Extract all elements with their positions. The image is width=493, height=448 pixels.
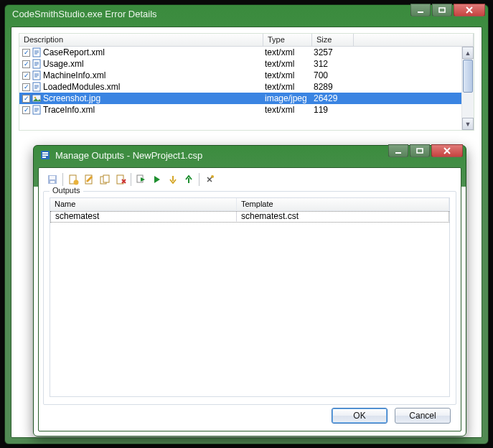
svg-rect-13 xyxy=(395,152,401,154)
toolbar-separator xyxy=(131,173,131,186)
dialog-close-button[interactable] xyxy=(431,144,463,157)
svg-rect-16 xyxy=(50,176,55,179)
file-type: text/xml xyxy=(263,47,312,57)
file-size: 312 xyxy=(312,59,354,69)
outer-minimize-button[interactable] xyxy=(410,4,431,17)
file-size: 26429 xyxy=(312,93,354,103)
file-type: image/jpeg xyxy=(263,93,312,103)
checkbox-icon[interactable]: ✓ xyxy=(22,49,30,57)
column-size[interactable]: Size xyxy=(312,34,354,46)
svg-point-19 xyxy=(74,180,79,185)
file-name: CaseReport.xml xyxy=(43,47,105,57)
column-type[interactable]: Type xyxy=(263,34,312,46)
file-row[interactable]: ✓LoadedModules.xmltext/xml8289 xyxy=(19,81,474,93)
svg-rect-0 xyxy=(418,11,423,13)
dialog-client-area: Outputs Name Template schematestschemate… xyxy=(38,167,461,431)
xml-file-icon xyxy=(32,70,42,80)
error-details-window: CodeSmithStudio.exe Error Details Descri… xyxy=(4,4,489,444)
file-type: text/xml xyxy=(263,105,312,115)
file-list-body: ✓CaseReport.xmltext/xml3257✓Usage.xmltex… xyxy=(19,47,474,116)
file-list-header: Description Type Size xyxy=(19,34,474,47)
move-down-icon[interactable] xyxy=(165,172,181,187)
outputs-group-label: Outputs xyxy=(50,186,83,195)
checkbox-icon[interactable]: ✓ xyxy=(22,106,30,114)
file-size: 119 xyxy=(312,105,354,115)
file-row[interactable]: ✓MachineInfo.xmltext/xml700 xyxy=(19,70,474,81)
file-name: LoadedModules.xml xyxy=(43,82,120,92)
svg-rect-14 xyxy=(417,149,423,153)
file-size: 3257 xyxy=(312,47,354,57)
column-template[interactable]: Template xyxy=(237,198,449,210)
svg-point-25 xyxy=(211,175,214,178)
file-row[interactable]: ✓Usage.xmltext/xml312 xyxy=(19,58,474,70)
file-name: TraceInfo.xml xyxy=(43,105,95,115)
outputs-list-body: schematestschematest.cst xyxy=(50,211,449,223)
svg-point-7 xyxy=(34,97,37,99)
run-single-icon[interactable] xyxy=(133,172,149,187)
toolbar-separator xyxy=(199,173,199,186)
dialog-minimize-button[interactable] xyxy=(388,144,408,157)
outer-client-area: Description Type Size ✓CaseReport.xmltex… xyxy=(11,27,482,438)
cancel-button[interactable]: Cancel xyxy=(395,408,451,424)
xml-file-icon xyxy=(32,47,42,57)
file-row[interactable]: ✓CaseReport.xmltext/xml3257 xyxy=(19,47,474,58)
scroll-up-button[interactable]: ▲ xyxy=(462,47,474,59)
scroll-thumb[interactable] xyxy=(463,60,473,93)
column-description[interactable]: Description xyxy=(19,34,263,46)
dialog-titlebar[interactable]: Manage Outputs - NewProject1.csp xyxy=(34,146,466,164)
dialog-maximize-button[interactable] xyxy=(410,144,430,157)
outputs-list-header: Name Template xyxy=(50,198,449,211)
checkbox-icon[interactable]: ✓ xyxy=(22,72,30,80)
xml-file-icon xyxy=(32,59,42,69)
file-type: text/xml xyxy=(263,59,312,69)
file-row[interactable]: ✓TraceInfo.xmltext/xml119 xyxy=(19,104,474,116)
xml-file-icon xyxy=(32,82,42,92)
xml-file-icon xyxy=(32,105,42,115)
dialog-toolbar xyxy=(43,171,456,188)
output-template: schematest.cst xyxy=(237,211,449,223)
dialog-app-icon xyxy=(39,149,51,161)
file-size: 700 xyxy=(312,70,354,80)
file-size: 8289 xyxy=(312,82,354,92)
copy-output-icon[interactable] xyxy=(97,172,113,187)
file-list-scrollbar[interactable]: ▲ ▼ xyxy=(461,47,474,130)
checkbox-icon[interactable]: ✓ xyxy=(22,95,30,103)
file-name: Screenshot.jpg xyxy=(43,93,100,103)
delete-output-icon[interactable] xyxy=(113,172,128,187)
svg-rect-17 xyxy=(50,181,55,183)
outputs-list[interactable]: Name Template schematestschematest.cst xyxy=(50,197,450,397)
add-output-icon[interactable] xyxy=(65,172,81,187)
outputs-group: Outputs Name Template schematestschemate… xyxy=(43,191,456,405)
file-name: MachineInfo.xml xyxy=(43,70,105,80)
outer-maximize-button[interactable] xyxy=(432,4,452,17)
save-icon[interactable] xyxy=(44,172,60,187)
checkbox-icon[interactable]: ✓ xyxy=(22,83,30,91)
svg-rect-1 xyxy=(439,8,445,12)
settings-icon[interactable] xyxy=(202,172,217,187)
run-all-icon[interactable] xyxy=(149,172,165,187)
column-blank xyxy=(354,34,474,46)
svg-rect-10 xyxy=(42,152,48,154)
cancel-button-label: Cancel xyxy=(409,411,436,421)
svg-rect-22 xyxy=(103,175,109,182)
toolbar-separator xyxy=(62,173,63,186)
image-file-icon xyxy=(32,93,42,103)
edit-output-icon[interactable] xyxy=(81,172,97,187)
checkbox-icon[interactable]: ✓ xyxy=(22,60,30,68)
output-name: schematest xyxy=(50,211,237,223)
ok-button-label: OK xyxy=(353,411,365,421)
scroll-down-button[interactable]: ▼ xyxy=(462,118,474,130)
ok-button[interactable]: OK xyxy=(332,408,388,424)
output-row[interactable]: schematestschematest.cst xyxy=(50,211,449,223)
manage-outputs-dialog: Manage Outputs - NewProject1.csp xyxy=(33,145,466,437)
file-type: text/xml xyxy=(263,70,312,80)
error-file-list[interactable]: Description Type Size ✓CaseReport.xmltex… xyxy=(19,33,474,131)
file-row[interactable]: ✓Screenshot.jpgimage/jpeg26429 xyxy=(19,93,474,104)
svg-rect-12 xyxy=(42,157,46,158)
svg-rect-11 xyxy=(42,154,48,156)
move-up-icon[interactable] xyxy=(181,172,197,187)
outer-titlebar[interactable]: CodeSmithStudio.exe Error Details xyxy=(5,5,488,22)
outer-close-button[interactable] xyxy=(454,4,485,17)
file-name: Usage.xml xyxy=(43,59,84,69)
column-name[interactable]: Name xyxy=(50,198,237,210)
